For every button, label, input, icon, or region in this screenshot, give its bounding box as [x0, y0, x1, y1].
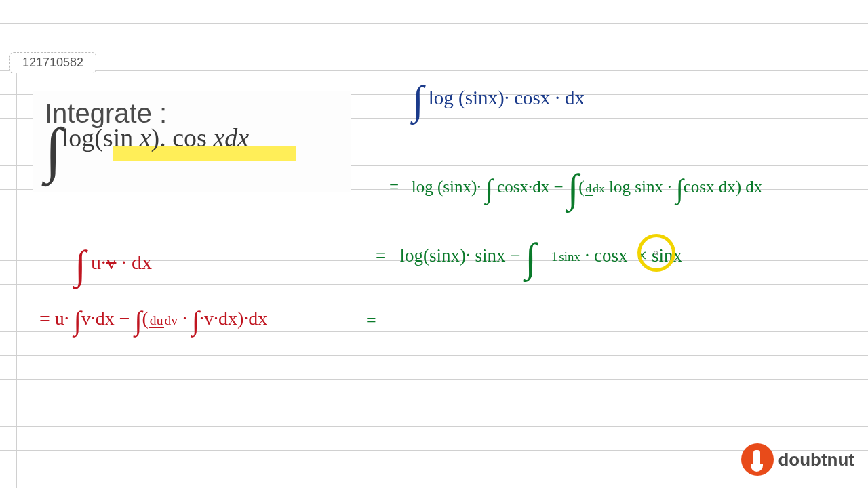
- handwriting-blue-line1: ∫ log (sinx)· cosx · dx: [412, 87, 585, 109]
- logo-text: doubtnut: [778, 449, 854, 470]
- handwriting-red-line2: = u· ∫v·dx − ∫(dudv · ∫·v·dx)·dx: [39, 305, 267, 337]
- problem-statement: Integrate : ∫log(sin x). cos xdx: [33, 92, 351, 192]
- handwriting-green-line3: =: [366, 310, 376, 331]
- logo-icon: [741, 443, 774, 476]
- handwriting-red-line1: ∫ u·v · dx: [75, 251, 152, 274]
- brand-logo: doubtnut: [741, 443, 854, 476]
- question-id: 121710582: [9, 52, 96, 73]
- margin-line: [16, 52, 17, 488]
- handwriting-green-line2: = log(sinx)· sinx − ∫ 1sinx · cosx × sin…: [376, 245, 682, 266]
- cursor-indicator: [654, 251, 658, 255]
- problem-formula: ∫log(sin x). cos xdx: [45, 136, 339, 172]
- ruled-background: [0, 0, 868, 488]
- handwriting-green-line1: = log (sinx)· ∫ cosx·dx − ∫(ddx log sinx…: [389, 173, 762, 205]
